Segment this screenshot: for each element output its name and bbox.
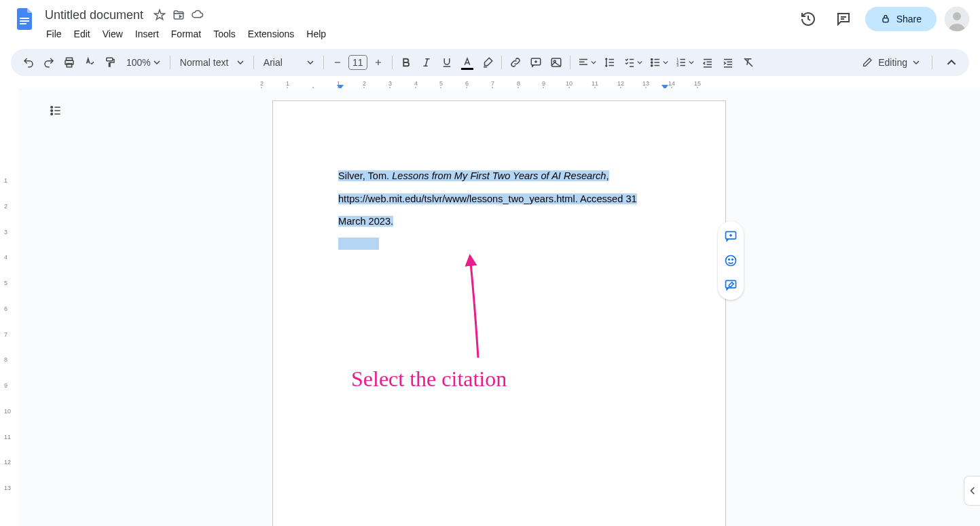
spellcheck-button[interactable] — [80, 53, 99, 72]
document-body[interactable]: Silver, Tom. Lessons from My First Two Y… — [338, 165, 660, 256]
menu-format[interactable]: Format — [166, 26, 206, 42]
svg-point-60 — [732, 259, 733, 261]
undo-button[interactable] — [19, 53, 38, 72]
svg-text:13: 13 — [642, 80, 649, 87]
docs-logo[interactable] — [11, 5, 38, 33]
add-comment-button[interactable] — [720, 225, 742, 247]
svg-point-56 — [51, 113, 53, 115]
svg-text:4: 4 — [414, 80, 418, 87]
selection-trail — [338, 238, 379, 250]
style-value: Normal text — [180, 57, 229, 68]
page[interactable]: Silver, Tom. Lessons from My First Two Y… — [272, 100, 726, 526]
citation-author: Silver, Tom. — [338, 170, 392, 181]
font-size-decrease[interactable] — [328, 53, 347, 72]
svg-point-55 — [51, 110, 53, 112]
font-size-increase[interactable] — [369, 53, 388, 72]
comment-button[interactable] — [526, 53, 545, 72]
suggest-edit-button[interactable] — [720, 274, 742, 296]
svg-text:7: 7 — [491, 80, 494, 87]
menu-extensions[interactable]: Extensions — [242, 26, 300, 42]
svg-point-54 — [51, 107, 53, 109]
bold-button[interactable] — [397, 53, 416, 72]
image-button[interactable] — [547, 53, 566, 72]
document-title[interactable]: Untitled document — [41, 7, 147, 24]
toolbar: 100% Normal text Arial 123 Editing — [11, 49, 969, 76]
italic-button[interactable] — [417, 53, 436, 72]
svg-point-58 — [726, 256, 736, 266]
font-size-input[interactable] — [348, 55, 367, 70]
clear-format-button[interactable] — [739, 53, 758, 72]
svg-text:9: 9 — [542, 80, 545, 87]
styles-dropdown[interactable]: Normal text — [175, 53, 249, 72]
comments-icon[interactable] — [830, 5, 857, 33]
svg-text:3: 3 — [676, 63, 678, 67]
cloud-status-icon[interactable] — [191, 8, 204, 22]
svg-rect-1 — [20, 20, 29, 22]
zoom-dropdown[interactable]: 100% — [121, 53, 166, 72]
font-dropdown[interactable]: Arial — [258, 53, 319, 72]
svg-text:14: 14 — [668, 80, 675, 87]
menu-tools[interactable]: Tools — [208, 26, 241, 42]
svg-point-15 — [651, 64, 652, 66]
svg-text:3: 3 — [388, 80, 392, 87]
title-area: Untitled document File Edit View Insert … — [41, 5, 795, 42]
header-right: Share — [795, 5, 969, 33]
menu-edit[interactable]: Edit — [69, 26, 96, 42]
print-button[interactable] — [60, 53, 79, 72]
link-button[interactable] — [506, 53, 525, 72]
paint-format-button[interactable] — [101, 53, 120, 72]
citation-title: Lessons from My First Two Years of AI Re… — [392, 170, 606, 181]
svg-point-59 — [729, 259, 730, 261]
side-panel-toggle[interactable] — [964, 476, 980, 506]
svg-rect-9 — [107, 58, 113, 61]
svg-text:5: 5 — [439, 80, 443, 87]
history-icon[interactable] — [795, 5, 822, 33]
svg-text:1: 1 — [286, 80, 289, 87]
underline-button[interactable] — [437, 53, 456, 72]
add-emoji-button[interactable] — [720, 250, 742, 271]
header: Untitled document File Edit View Insert … — [0, 0, 980, 43]
menu-help[interactable]: Help — [301, 26, 331, 42]
numbered-list-button[interactable]: 123 — [672, 53, 697, 72]
editing-mode-button[interactable]: Editing — [854, 53, 928, 72]
avatar[interactable] — [945, 7, 969, 31]
svg-point-5 — [953, 12, 961, 20]
align-button[interactable] — [575, 53, 599, 72]
menubar: File Edit View Insert Format Tools Exten… — [41, 26, 795, 42]
line-spacing-button[interactable] — [600, 53, 619, 72]
svg-rect-3 — [883, 18, 888, 22]
text-color-button[interactable] — [458, 53, 477, 72]
share-button[interactable]: Share — [865, 7, 937, 31]
font-value: Arial — [264, 57, 283, 68]
svg-text:6: 6 — [465, 80, 469, 87]
menu-file[interactable]: File — [41, 26, 67, 42]
menu-view[interactable]: View — [97, 26, 128, 42]
menu-insert[interactable]: Insert — [130, 26, 164, 42]
selection-toolbar — [718, 221, 744, 300]
document-area: 1 2 3 4 5 6 7 8 9 10 11 12 13 Silver, To… — [0, 88, 980, 526]
svg-text:2: 2 — [260, 80, 264, 87]
ruler-vertical[interactable]: 1 2 3 4 5 6 7 8 9 10 11 12 13 — [0, 88, 18, 526]
zoom-value: 100% — [126, 57, 151, 68]
indent-increase-button[interactable] — [719, 53, 738, 72]
svg-rect-0 — [20, 18, 29, 19]
svg-text:15: 15 — [694, 80, 701, 87]
share-label: Share — [896, 14, 922, 24]
svg-text:2: 2 — [363, 80, 366, 87]
outline-button[interactable] — [46, 100, 66, 121]
indent-decrease-button[interactable] — [698, 53, 717, 72]
collapse-toolbar-button[interactable] — [942, 53, 961, 72]
svg-text:12: 12 — [617, 80, 624, 87]
svg-point-13 — [651, 58, 652, 60]
star-icon[interactable] — [153, 8, 166, 22]
svg-text:8: 8 — [517, 80, 520, 87]
highlight-button[interactable] — [478, 53, 497, 72]
svg-text:10: 10 — [566, 80, 573, 87]
svg-point-14 — [651, 62, 652, 63]
checklist-button[interactable] — [621, 53, 645, 72]
svg-rect-2 — [20, 23, 26, 24]
document-scroll[interactable]: Silver, Tom. Lessons from My First Two Y… — [18, 88, 980, 526]
redo-button[interactable] — [39, 53, 58, 72]
bullet-list-button[interactable] — [647, 53, 671, 72]
move-icon[interactable] — [172, 8, 185, 22]
